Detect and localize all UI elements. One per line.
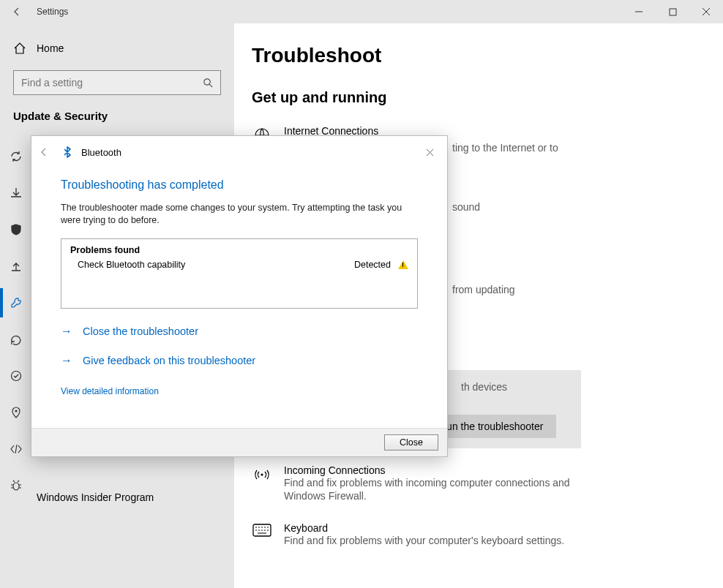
sidebar-icon-strip xyxy=(0,148,32,494)
sidebar-item-backup[interactable] xyxy=(0,257,32,275)
close-troubleshooter-link[interactable]: → Close the troubleshooter xyxy=(61,325,418,338)
upload-icon xyxy=(10,260,23,273)
minimize-icon xyxy=(634,7,643,16)
location-icon xyxy=(10,406,23,419)
sidebar-item-find-my-device[interactable] xyxy=(0,404,32,421)
svg-point-2 xyxy=(12,372,21,381)
sidebar-item-insider[interactable] xyxy=(0,477,32,494)
sidebar-section-title: Update & Security xyxy=(0,105,234,122)
sidebar-item-for-developers[interactable] xyxy=(0,440,32,458)
problem-row[interactable]: Check Bluetooth capability Detected xyxy=(70,260,408,270)
troubleshooter-title: Incoming Connections xyxy=(284,464,577,476)
sidebar-item-troubleshoot[interactable] xyxy=(0,294,32,312)
feedback-link[interactable]: → Give feedback on this troubleshooter xyxy=(61,354,418,367)
troubleshooter-desc: Find and fix problems with incoming comp… xyxy=(284,476,577,504)
search-icon xyxy=(203,78,213,88)
svg-point-6 xyxy=(261,473,263,475)
arrow-right-icon: → xyxy=(61,325,72,338)
sidebar-home-label: Home xyxy=(37,42,64,54)
warning-icon xyxy=(398,260,408,269)
problem-name: Check Bluetooth capability xyxy=(78,260,185,270)
close-icon xyxy=(702,7,711,16)
troubleshooter-desc: from updating xyxy=(452,283,515,297)
search-field[interactable] xyxy=(21,77,203,88)
sidebar-item-activation[interactable] xyxy=(0,367,32,385)
window-title: Settings xyxy=(34,7,68,17)
dialog-footer: Close xyxy=(31,428,447,456)
svg-point-1 xyxy=(204,79,210,85)
antenna-icon xyxy=(252,464,272,504)
troubleshooter-dialog: Bluetooth Troubleshooting has completed … xyxy=(31,135,448,457)
bluetooth-icon xyxy=(61,146,74,159)
download-icon xyxy=(10,186,23,200)
keyboard-icon xyxy=(252,522,272,548)
dialog-module-title: Bluetooth xyxy=(81,147,121,158)
sync-icon xyxy=(10,150,23,163)
bug-icon xyxy=(10,479,23,492)
page-heading: Troubleshoot xyxy=(252,44,705,67)
troubleshooter-keyboard[interactable]: Keyboard Find and fix problems with your… xyxy=(252,516,705,561)
svg-rect-0 xyxy=(670,9,676,15)
troubleshooter-selected-desc: th devices xyxy=(461,380,507,394)
arrow-right-icon: → xyxy=(61,354,72,367)
svg-point-4 xyxy=(13,483,19,490)
problems-box: Problems found Check Bluetooth capabilit… xyxy=(61,238,418,309)
troubleshooter-title: Keyboard xyxy=(284,522,564,534)
minimize-button[interactable] xyxy=(622,0,656,23)
sidebar-insider-label[interactable]: Windows Insider Program xyxy=(37,491,154,503)
close-icon xyxy=(426,148,434,157)
page-subheading: Get up and running xyxy=(252,89,705,106)
dialog-x-button[interactable] xyxy=(419,143,440,161)
dialog-back-button[interactable] xyxy=(39,147,53,157)
sidebar-item-delivery-optimization[interactable] xyxy=(0,184,32,202)
home-icon xyxy=(13,42,26,55)
dialog-heading: Troubleshooting has completed xyxy=(61,178,418,192)
svg-point-3 xyxy=(15,410,17,412)
check-circle-icon xyxy=(10,369,23,382)
problem-status: Detected xyxy=(354,260,391,270)
dialog-header: Bluetooth xyxy=(31,136,447,165)
shield-icon xyxy=(10,223,23,236)
detailed-info-link[interactable]: View detailed information xyxy=(61,386,418,396)
troubleshooter-desc: Find and fix problems with your computer… xyxy=(284,534,564,548)
titlebar: Settings xyxy=(0,0,723,23)
troubleshooter-desc: sound xyxy=(452,200,480,214)
arrow-left-icon xyxy=(39,147,49,157)
troubleshooter-incoming[interactable]: Incoming Connections Find and fix proble… xyxy=(252,459,705,517)
dialog-close-button[interactable]: Close xyxy=(384,434,438,451)
maximize-icon xyxy=(669,8,677,16)
dialog-paragraph: The troubleshooter made some changes to … xyxy=(61,202,418,227)
arrow-left-icon xyxy=(11,6,23,18)
close-ts-label: Close the troubleshooter xyxy=(83,325,198,337)
developer-icon xyxy=(10,442,23,456)
recovery-icon xyxy=(10,333,23,346)
sidebar-item-home[interactable]: Home xyxy=(0,34,234,63)
close-button[interactable] xyxy=(689,0,723,23)
problems-header: Problems found xyxy=(70,245,408,255)
sidebar-item-windows-security[interactable] xyxy=(0,221,32,238)
sidebar-item-recovery[interactable] xyxy=(0,331,32,348)
feedback-label: Give feedback on this troubleshooter xyxy=(83,355,255,366)
wrench-icon xyxy=(10,296,23,309)
sidebar-item-windows-update[interactable] xyxy=(0,148,32,165)
back-button[interactable] xyxy=(0,0,34,23)
dialog-body: Troubleshooting has completed The troubl… xyxy=(31,165,447,428)
maximize-button[interactable] xyxy=(656,0,689,23)
search-input[interactable] xyxy=(13,70,221,95)
